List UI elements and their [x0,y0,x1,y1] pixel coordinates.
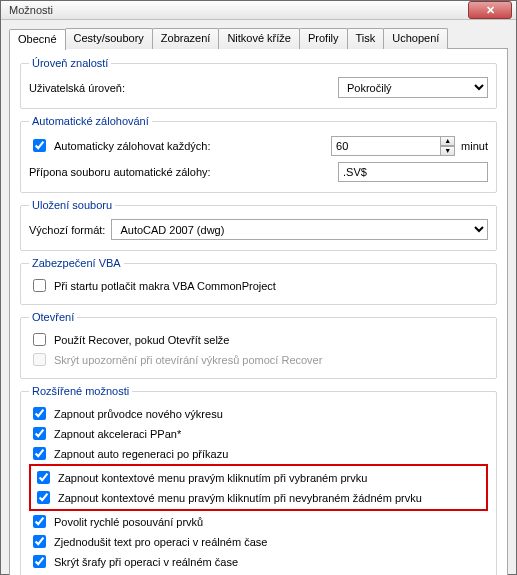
chk-ext-7-input[interactable] [33,555,46,568]
tab-general[interactable]: Obecné [9,29,66,50]
tab-crosshairs[interactable]: Nitkové kříže [218,28,300,49]
legend-knowledge: Úroveň znalostí [29,57,111,69]
group-save-file: Uložení souboru Výchozí formát: AutoCAD … [20,199,497,251]
select-user-level[interactable]: Pokročilý [338,77,488,98]
options-dialog: Možnosti ✕ Obecné Cesty/soubory Zobrazen… [0,0,517,575]
group-extended-options: Rozšířené možnosti Zapnout průvodce nové… [20,385,497,575]
label-backup-suffix: Přípona souboru automatické zálohy: [29,166,211,178]
chk-ext-5-label: Povolit rychlé posouvání prvků [54,516,203,528]
chk-hide-recover-warn: Skrýt upozornění při otevírání výkresů p… [29,350,488,369]
label-default-format: Výchozí formát: [29,224,105,236]
chk-ext-1-input[interactable] [33,427,46,440]
chk-ext-2-input[interactable] [33,447,46,460]
chk-ext-2-label: Zapnout auto regeneraci po příkazu [54,448,228,460]
spin-backup-interval[interactable]: ▲ ▼ [331,136,455,156]
chk-ext-7[interactable]: Skrýt šrafy při operaci v reálném čase [29,552,488,571]
chk-auto-backup-label: Automaticky zálohovat každých: [54,140,211,152]
close-icon: ✕ [486,4,495,17]
group-auto-backup: Automatické zálohování Automaticky záloh… [20,115,497,193]
chk-ext-5-input[interactable] [33,515,46,528]
chk-ext-6-input[interactable] [33,535,46,548]
legend-backup: Automatické zálohování [29,115,152,127]
tab-display[interactable]: Zobrazení [152,28,220,49]
chk-suppress-vba[interactable]: Při startu potlačit makra VBA CommonProj… [29,276,488,295]
tab-paths[interactable]: Cesty/soubory [65,28,153,49]
spin-down-icon[interactable]: ▼ [440,146,455,156]
tabstrip: Obecné Cesty/soubory Zobrazení Nitkové k… [9,28,508,49]
chk-ext-6[interactable]: Zjednodušit text pro operaci v reálném č… [29,532,488,551]
chk-ext-3-input[interactable] [37,471,50,484]
chk-ext-3[interactable]: Zapnout kontextové menu pravým kliknutím… [33,468,484,487]
group-vba-security: Zabezpečení VBA Při startu potlačit makr… [20,257,497,305]
close-button[interactable]: ✕ [468,1,512,19]
chk-ext-1-label: Zapnout akceleraci PPan* [54,428,181,440]
tab-snap[interactable]: Uchopení [383,28,448,49]
chk-suppress-vba-input[interactable] [33,279,46,292]
chk-ext-4[interactable]: Zapnout kontextové menu pravým kliknutím… [33,488,484,507]
label-user-level: Uživatelská úroveň: [29,82,125,94]
spin-up-icon[interactable]: ▲ [440,136,455,146]
legend-save: Uložení souboru [29,199,115,211]
chk-hide-recover-warn-input [33,353,46,366]
chk-ext-0[interactable]: Zapnout průvodce nového výkresu [29,404,488,423]
legend-vba: Zabezpečení VBA [29,257,124,269]
tab-profiles[interactable]: Profily [299,28,348,49]
chk-ext-6-label: Zjednodušit text pro operaci v reálném č… [54,536,267,548]
chk-ext-3-label: Zapnout kontextové menu pravým kliknutím… [58,472,367,484]
chk-ext-2[interactable]: Zapnout auto regeneraci po příkazu [29,444,488,463]
chk-suppress-vba-label: Při startu potlačit makra VBA CommonProj… [54,280,276,292]
window-title: Možnosti [5,4,468,16]
chk-ext-0-label: Zapnout průvodce nového výkresu [54,408,223,420]
chk-auto-backup-input[interactable] [33,139,46,152]
chk-use-recover[interactable]: Použít Recover, pokud Otevřít selže [29,330,488,349]
legend-ext: Rozšířené možnosti [29,385,132,397]
chk-ext-5[interactable]: Povolit rychlé posouvání prvků [29,512,488,531]
chk-ext-7-label: Skrýt šrafy při operaci v reálném čase [54,556,238,568]
input-backup-interval[interactable] [331,136,441,156]
tabpage-general: Úroveň znalostí Uživatelská úroveň: Pokr… [9,48,508,575]
group-open: Otevření Použít Recover, pokud Otevřít s… [20,311,497,379]
highlight-context-menu-options: Zapnout kontextové menu pravým kliknutím… [29,464,488,511]
chk-auto-backup[interactable]: Automaticky zálohovat každých: [29,136,211,155]
label-minutes: minut [461,140,488,152]
chk-use-recover-input[interactable] [33,333,46,346]
content-area: Obecné Cesty/soubory Zobrazení Nitkové k… [1,20,516,575]
legend-open: Otevření [29,311,77,323]
chk-use-recover-label: Použít Recover, pokud Otevřít selže [54,334,229,346]
select-default-format[interactable]: AutoCAD 2007 (dwg) [111,219,488,240]
titlebar: Možnosti ✕ [1,1,516,20]
chk-ext-0-input[interactable] [33,407,46,420]
chk-ext-1[interactable]: Zapnout akceleraci PPan* [29,424,488,443]
tab-print[interactable]: Tisk [347,28,385,49]
group-knowledge-level: Úroveň znalostí Uživatelská úroveň: Pokr… [20,57,497,109]
chk-ext-4-label: Zapnout kontextové menu pravým kliknutím… [58,492,422,504]
chk-ext-4-input[interactable] [37,491,50,504]
chk-hide-recover-warn-label: Skrýt upozornění při otevírání výkresů p… [54,354,322,366]
input-backup-suffix[interactable] [338,162,488,182]
